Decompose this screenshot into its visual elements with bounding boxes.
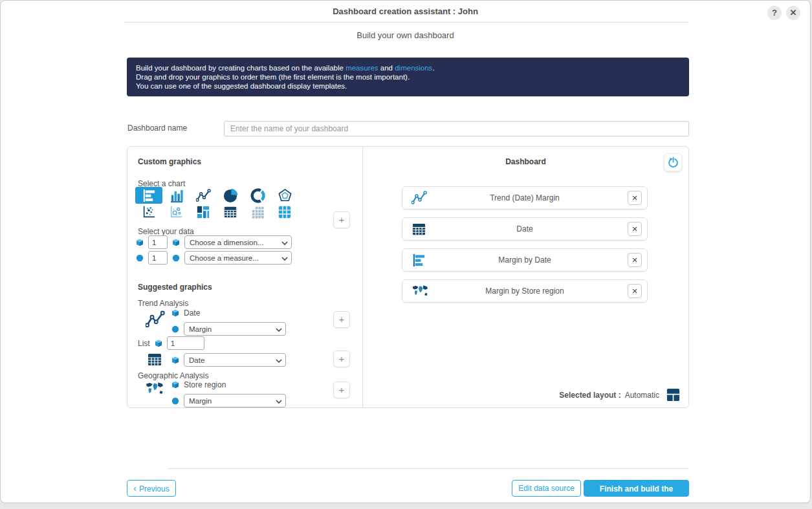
trend-chart-icon: [145, 310, 166, 329]
dimension-cube-icon: [171, 356, 179, 364]
measure-dot-icon: [171, 397, 179, 405]
geo-dimension-value: Store region: [184, 380, 226, 389]
list-table-icon: [146, 352, 163, 367]
layout-template-icon[interactable]: [666, 387, 681, 402]
add-geo-chart-button[interactable]: +: [333, 382, 350, 398]
scatter-chart-icon: [142, 205, 156, 219]
dashboard-card-trend[interactable]: Trend (Date) Margin ✕: [402, 186, 648, 210]
list-count-input[interactable]: [167, 336, 204, 350]
header-divider: [124, 22, 689, 23]
chevron-down-icon: [276, 359, 282, 363]
world-map-icon: [411, 285, 428, 298]
suggested-graphics-title: Suggested graphics: [138, 283, 212, 292]
dashboard-name-input[interactable]: [224, 121, 689, 136]
instructions-line2: Drag and drop your graphics to order the…: [136, 72, 680, 81]
list-dimension-row: Date: [171, 353, 286, 367]
trend-dimension-row: Date: [171, 309, 200, 318]
selected-layout-value: Automatic: [625, 391, 659, 400]
dashboard-creation-wizard: Dashboard creation assistant : John ? ✕ …: [0, 0, 811, 503]
footer-divider: [168, 468, 689, 469]
geographic-analysis-label: Geographic Analysis: [138, 371, 208, 380]
reset-dashboard-button[interactable]: [664, 153, 682, 171]
treemap-chart-icon: [196, 205, 210, 219]
measures-link[interactable]: measures: [346, 64, 379, 72]
dimension-data-row: Choose a dimension...: [136, 235, 292, 249]
dashboard-card-list[interactable]: Date ✕: [402, 217, 648, 241]
edit-data-source-button[interactable]: Edit data source: [512, 480, 581, 497]
line-chart-icon: [196, 188, 211, 203]
page-title: Build your own dashboard: [1, 30, 810, 40]
chart-type-treemap[interactable]: [190, 204, 217, 221]
dimension-cube-icon: [171, 309, 179, 317]
pie-chart-icon: [223, 188, 238, 203]
chevron-down-icon: [281, 241, 288, 245]
chart-type-bar-horizontal[interactable]: [135, 187, 162, 204]
measure-data-row: Choose a measure...: [136, 251, 292, 265]
dimension-cube-icon: [136, 239, 144, 246]
selected-layout-row: Selected layout : Automatic: [559, 387, 681, 402]
dashboard-card-bar[interactable]: Margin by Date ✕: [402, 248, 648, 272]
measure-dot-icon: [136, 254, 144, 262]
list-label: List: [138, 339, 150, 348]
selected-layout-label: Selected layout :: [559, 391, 620, 400]
measure-select[interactable]: Choose a measure...: [184, 251, 292, 265]
chevron-down-icon: [276, 328, 282, 332]
measure-dot-icon: [172, 254, 180, 262]
instructions-banner: Build your dashboard by creating charts …: [127, 58, 689, 96]
dimension-select[interactable]: Choose a dimension...: [184, 235, 292, 249]
chart-type-radar[interactable]: [271, 187, 298, 204]
chevron-down-icon: [281, 257, 288, 261]
close-button[interactable]: ✕: [786, 6, 800, 20]
geo-dimension-row: Store region: [171, 380, 226, 389]
chart-type-donut[interactable]: [244, 187, 271, 204]
add-custom-chart-button[interactable]: +: [333, 211, 350, 228]
measure-dot-icon: [171, 325, 179, 333]
trend-dimension-value: Date: [184, 309, 200, 318]
chart-type-pivot[interactable]: [244, 204, 271, 221]
chart-type-table[interactable]: [217, 204, 244, 221]
trend-chart-icon: [411, 190, 428, 206]
chart-type-bubble[interactable]: [162, 204, 190, 221]
previous-button[interactable]: ‹Previous: [127, 480, 176, 497]
bar-horizontal-icon: [411, 253, 427, 268]
dimensions-link[interactable]: dimensions: [395, 64, 432, 72]
remove-card-button[interactable]: ✕: [628, 253, 642, 267]
chevron-left-icon: ‹: [133, 483, 137, 493]
world-map-icon: [144, 382, 164, 396]
table-chart-icon: [411, 222, 427, 237]
chart-type-grid[interactable]: [271, 204, 298, 221]
add-trend-chart-button[interactable]: +: [333, 311, 350, 328]
instructions-line3: You can use one of the suggested dashboa…: [136, 81, 680, 91]
card-label: Margin by Store region: [402, 287, 647, 296]
help-button[interactable]: ?: [767, 6, 782, 20]
measure-count-input[interactable]: [148, 251, 168, 265]
card-label: Trend (Date) Margin: [402, 193, 647, 202]
chart-type-scatter[interactable]: [135, 204, 162, 221]
dimension-cube-icon: [172, 239, 180, 246]
list-dimension-select[interactable]: Date: [184, 353, 286, 367]
trend-measure-row: Margin: [171, 322, 286, 336]
dashboard-card-map[interactable]: Margin by Store region ✕: [402, 279, 648, 303]
donut-chart-icon: [250, 188, 265, 203]
chart-type-row-1: [135, 187, 298, 204]
trend-measure-select[interactable]: Margin: [184, 322, 286, 336]
dimension-count-input[interactable]: [148, 235, 168, 249]
custom-graphics-title: Custom graphics: [138, 157, 201, 166]
chart-type-bar-vertical[interactable]: [162, 187, 190, 204]
chart-type-pie[interactable]: [217, 187, 244, 204]
add-list-chart-button[interactable]: +: [333, 351, 350, 367]
remove-card-button[interactable]: ✕: [628, 191, 642, 205]
geo-measure-row: Margin: [171, 394, 286, 407]
finish-build-button[interactable]: Finish and build the dashboard: [584, 480, 689, 497]
bubble-chart-icon: [169, 205, 183, 219]
chart-type-line[interactable]: [190, 187, 217, 204]
geo-measure-select[interactable]: Margin: [184, 394, 286, 407]
remove-card-button[interactable]: ✕: [628, 284, 642, 298]
card-label: Date: [402, 224, 647, 233]
dashboard-panel-title: Dashboard: [363, 157, 688, 166]
dashboard-name-label: Dashboard name: [127, 124, 187, 133]
chevron-down-icon: [276, 400, 282, 404]
remove-card-button[interactable]: ✕: [628, 222, 642, 236]
window-title: Dashboard creation assistant : John: [1, 1, 810, 22]
chart-type-row-2: [135, 204, 298, 221]
